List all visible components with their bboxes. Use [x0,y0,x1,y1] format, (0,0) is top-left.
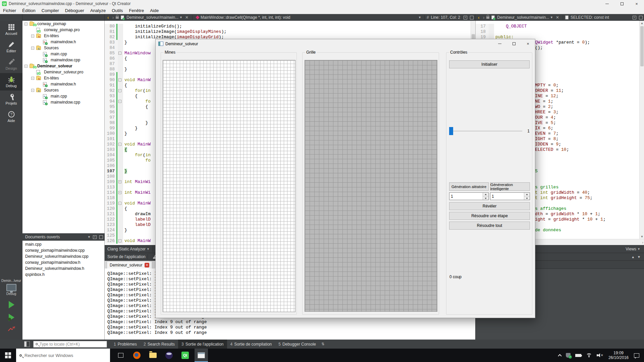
output-tab[interactable]: Demineur_solveur ✕ [107,261,152,268]
run-button[interactable] [9,301,14,308]
menu-aide[interactable]: Aide [147,7,162,14]
grille-grid[interactable] [305,60,437,312]
go-back-icon[interactable]: ‹ [478,15,480,20]
maximize-pane-icon[interactable]: ▲ [631,255,635,259]
reveler-button[interactable]: Révéler [449,202,530,210]
menu-edition[interactable]: Édition [19,7,39,14]
resoudre-tout-button[interactable]: Résoudre tout [449,222,530,230]
menu-deboguer[interactable]: Déboguer [62,7,87,14]
project-tree-item[interactable]: −QtDemineur_solveur [22,63,104,69]
spin-down-icon[interactable] [483,196,488,200]
fold-marker-icon[interactable]: + [118,180,121,183]
tree-expander-icon[interactable]: − [31,89,34,92]
document-dropdown-caret-icon[interactable]: ▼ [179,16,182,19]
project-tree-item[interactable]: +✓mainwindow.cpp [22,99,104,105]
mode-design[interactable]: Design [0,56,22,73]
open-in-window-icon[interactable] [470,16,474,19]
slider-handle[interactable] [449,127,453,135]
scroll-up-icon[interactable]: ▲ [640,21,644,25]
taskbar-app-qtcreator[interactable]: Qt [178,349,192,362]
selected-symbol-dropdown[interactable]: SELECTED: const int [571,15,609,20]
menu-outils[interactable]: Outils [109,7,126,14]
tray-volume[interactable]: ✕ [597,353,603,357]
app-titlebar[interactable]: Demineur_solveur × [156,39,535,48]
close-pane-icon[interactable] [99,235,103,239]
tree-expander-icon[interactable]: − [31,77,34,80]
project-tree-item[interactable]: −hEn-têtes [22,75,104,81]
projects-tree[interactable]: −Qtconway_pixmapQtconway_pixmap.pro−hEn-… [22,21,105,233]
mines-grid[interactable] [163,60,296,312]
open-document-item[interactable]: qspinbox.h [22,272,104,278]
open-document-item[interactable]: Demineur_solveur/mainwindow.cpp [22,253,104,259]
go-forward-icon[interactable]: › [483,15,485,20]
app-close-button[interactable]: × [521,39,535,48]
tray-network[interactable] [586,353,592,357]
output-pane-button-4[interactable]: 4Sortie de compilation [227,340,275,349]
fold-marker-icon[interactable]: − [118,143,121,146]
app-maximize-button[interactable] [507,39,521,48]
project-tree-item[interactable]: Qtconway_pixmap.pro [22,27,104,33]
document-dropdown-caret-icon[interactable]: ▼ [550,16,553,19]
project-tree-item[interactable]: +✓main.cpp [22,93,104,99]
project-tree-item[interactable]: h✓mainwindow.h [22,39,104,45]
menu-compiler[interactable]: Compiler [39,7,62,14]
output-pane-button-5[interactable]: 5Debugger Console [275,340,319,349]
task-view-button[interactable] [114,349,127,362]
taskbar-app-explorer[interactable] [146,349,160,362]
kit-selector[interactable]: Demin...lveur Debug [0,279,22,333]
taskbar-search-input[interactable]: Rechercher sur Windows [16,349,110,362]
symbol-dropdown-caret-icon[interactable]: ▼ [418,16,421,19]
mode-debug[interactable]: Debug [0,73,22,90]
open-document-item[interactable]: Demineur_solveur/mainwindow.h [22,265,104,272]
debugger-engine-dropdown[interactable]: Clang Static Analyzer [107,247,146,251]
start-button[interactable] [0,349,16,362]
tray-security-status[interactable] [566,353,571,358]
project-tree-item[interactable]: −hEn-têtes [22,33,104,39]
taskbar-app-demineur[interactable] [195,349,208,362]
close-button[interactable]: × [629,0,644,7]
views-menu[interactable]: Views [626,247,636,251]
maximize-button[interactable] [614,0,629,7]
action-center-icon[interactable] [634,353,639,358]
fold-marker-icon[interactable]: − [118,52,121,55]
tray-battery[interactable] [575,354,581,357]
spin-up-icon[interactable] [524,193,530,196]
taskbar-clock[interactable]: 19:09 26/10/2016 [608,351,629,360]
open-documents-dropdown-icon[interactable]: ▼ [88,235,91,239]
editor-right-vscrollbar[interactable]: ▲ ▼ [639,21,644,239]
close-document-icon[interactable]: ✕ [556,15,559,20]
resoudre-une-etape-button[interactable]: Résoudre une étape [449,212,530,220]
minimize-pane-icon[interactable]: ▼ [637,255,641,259]
mode-projects[interactable]: Projets [0,90,22,108]
analyze-button[interactable] [8,326,15,333]
taskbar-app-eclipse[interactable] [162,349,176,362]
debugger-engine-caret-icon[interactable]: ▼ [147,247,150,251]
fold-marker-icon[interactable]: − [118,202,121,205]
close-document-icon[interactable]: ✕ [185,15,189,20]
project-tree-item[interactable]: +✓main.cpp [22,51,104,57]
spinbox-2-arrows[interactable] [524,193,530,200]
spin-up-icon[interactable] [483,193,488,196]
document-dropdown[interactable]: Demineur_solveur/mainwin... [497,15,549,20]
fold-marker-icon[interactable]: − [118,78,121,81]
locator-input[interactable]: Type to locate (Ctrl+K) [33,341,107,348]
stop-close-icon[interactable]: ✕ [145,263,149,267]
minimize-button[interactable] [600,0,614,7]
spinbox-1[interactable]: 1 [449,192,489,200]
menu-fenetre[interactable]: Fenêtre [126,7,147,14]
mode-help[interactable]: ?Aide [0,108,22,125]
project-tree-item[interactable]: h✓mainwindow.h [22,81,104,87]
open-documents-list[interactable]: main.cppconway_pixmap/mainwindow.cppDemi… [22,241,105,340]
scroll-down-icon[interactable]: ▼ [640,234,644,239]
generation-intelligente-button[interactable]: Généreration intelligente [490,182,530,191]
fold-marker-icon[interactable]: − [118,89,121,92]
project-tree-item[interactable]: QtDemineur_solveur.pro [22,69,104,75]
mode-welcome[interactable]: Accueil [0,21,22,38]
fold-marker-icon[interactable]: + [118,191,121,194]
open-document-item[interactable]: conway_pixmap/mainwindow.h [22,259,104,265]
toggle-sidebar-icon[interactable] [24,341,30,347]
document-dropdown[interactable]: Demineur_solveur/mainwin... [126,15,178,20]
open-document-item[interactable]: main.cpp [22,241,104,247]
size-slider[interactable]: 1 [449,127,527,135]
output-pane-button-3[interactable]: 3Sortie de l'application [178,340,227,349]
